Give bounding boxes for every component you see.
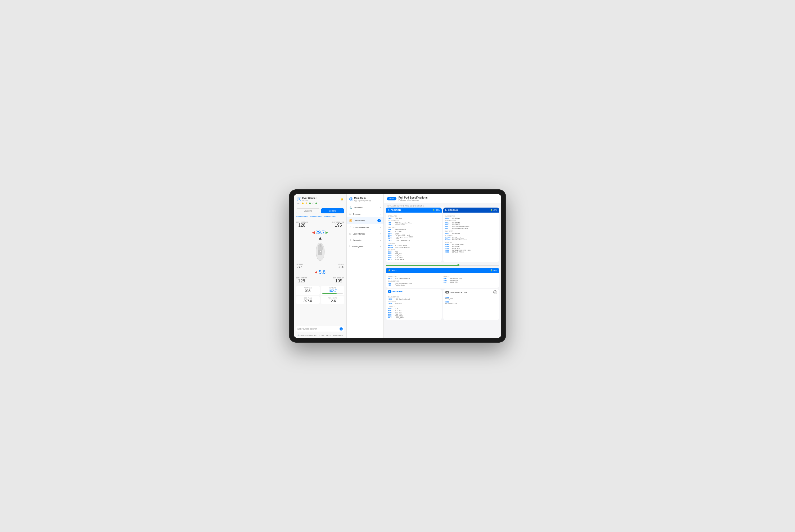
my-vessel-icon: ⚓ bbox=[349, 206, 352, 209]
perf-vag-box: PERF VAG 036 bbox=[296, 286, 320, 295]
chevron-icon: › bbox=[380, 207, 381, 209]
chevron-icon-2: › bbox=[380, 213, 381, 215]
mpu-icon: ⚡ bbox=[388, 269, 391, 271]
communication-label: COMMUNICATION bbox=[450, 291, 467, 293]
docking-tab[interactable]: Docking bbox=[321, 208, 345, 213]
list-item: HB10 HDG Baseline Length bbox=[388, 278, 441, 279]
list-item: BATT5 POS Pod charge bbox=[388, 245, 439, 246]
vessel-subtitle: Vessel bbox=[302, 200, 317, 201]
list-item: HB16 Pitch/Roll bbox=[388, 303, 439, 305]
anchor-icon: ⚓ bbox=[297, 335, 299, 336]
notification-badge: 1 bbox=[340, 327, 343, 330]
position-battery: 🔋 98% bbox=[433, 209, 439, 211]
notification-icon[interactable]: 🔔 bbox=[340, 198, 343, 201]
arrow-left-2-icon bbox=[315, 271, 317, 274]
right-scroll[interactable]: INFRASTRUCTURE AND CONNECTIONS ▷ POSITIO… bbox=[384, 203, 501, 338]
position-label: POSITION bbox=[391, 209, 401, 211]
menu-item-user-interface[interactable]: ◻ User Interface › bbox=[347, 231, 383, 237]
heading-value: 275 bbox=[296, 265, 303, 269]
settings-link[interactable]: ⚙ SETTINGS bbox=[333, 335, 343, 336]
section-label: INFRASTRUCTURE AND CONNECTIONS bbox=[384, 203, 501, 208]
submenu-tab-3[interactable]: Submenu item bbox=[324, 215, 336, 218]
list-item: HB7 POS RMS bbox=[388, 231, 439, 232]
progress-section bbox=[384, 265, 501, 268]
notification-bar[interactable]: NOTIFICATION CENTER 1 bbox=[296, 326, 344, 331]
baseline-tag: ⇄ bbox=[388, 290, 392, 293]
vessel-icon: ⊙ bbox=[297, 197, 301, 201]
menu-item-my-vessel[interactable]: ⚓ My Vessel › bbox=[347, 204, 383, 211]
about-label: About Qastor bbox=[352, 245, 363, 248]
connectivity-badge: ✓ bbox=[377, 219, 381, 222]
battery-icon-3: 🔋 bbox=[490, 269, 492, 271]
right-panel: ‹ Back Full Pod Specifications Pods and … bbox=[384, 194, 501, 338]
status-dot-green bbox=[309, 203, 311, 204]
rog-nm-value: 12.6 bbox=[322, 299, 343, 303]
list-item: GGA Alt Above MSL + Unit bbox=[388, 234, 439, 236]
position-pod: ▷ POSITION 🔋 98% SATELLITES bbox=[386, 208, 442, 262]
tablet-frame: ⊙ Ever Gentle+ Vessel 🔔 HRS ⚡ bbox=[289, 189, 506, 343]
voyaging-tab[interactable]: Voyaging bbox=[296, 208, 320, 213]
list-item: GGA HDOP bbox=[388, 232, 439, 234]
buf-tvag-box: BUF TVAG 102.7 bbox=[321, 286, 345, 295]
list-item: BATT7 POS Pod charge bbox=[446, 237, 497, 239]
stbd-fwd-value: 195 bbox=[332, 223, 344, 228]
list-item: 9066 POS bbox=[388, 308, 439, 309]
baseline-label: BASELINE bbox=[393, 290, 402, 293]
list-item: BATT9 POS Pod Endurance bbox=[388, 246, 439, 248]
submenu-tab-1[interactable]: Submenu item bbox=[296, 215, 308, 218]
rudder-value: 5.8 bbox=[319, 269, 326, 275]
vessel-name: Ever Gentle+ bbox=[302, 197, 317, 200]
communication-pod: ⇄ COMMUNICATION ◎ 9099 POS_COM 90 bbox=[443, 289, 499, 320]
list-item: 9063 HEADING_POS bbox=[444, 278, 497, 279]
menu-title: Main Menu bbox=[354, 197, 371, 200]
svg-point-4 bbox=[320, 251, 321, 252]
arrow-right-icon bbox=[326, 231, 328, 234]
position-icon: ▷ bbox=[388, 209, 390, 211]
angle-value: -8.0 bbox=[338, 265, 344, 269]
app-container: ⊙ Ever Gentle+ Vessel 🔔 HRS ⚡ bbox=[294, 194, 501, 338]
list-item: HB9 Position Mode bbox=[388, 284, 441, 286]
connect-label: Connect bbox=[353, 213, 360, 215]
chevron-icon-5: › bbox=[380, 239, 381, 242]
my-vessel-label: My Vessel bbox=[354, 207, 363, 209]
list-item: 9099 POS_COM bbox=[446, 297, 497, 300]
back-button[interactable]: ‹ Back bbox=[387, 197, 396, 201]
mpu-battery: 🔋 96% bbox=[490, 269, 497, 271]
submenu-tab-2[interactable]: Submenu item bbox=[310, 215, 322, 218]
list-item: HR1 HDG RMS bbox=[446, 232, 497, 234]
list-item: HB17 HDG Correction Delay bbox=[446, 228, 497, 229]
status-dot-green2 bbox=[315, 203, 317, 204]
port-aft-value: 128 bbox=[296, 279, 307, 283]
menu-item-connectivity[interactable]: 📶 Connectivity ✓ bbox=[347, 217, 383, 224]
heading-battery: 🔋 45% bbox=[490, 209, 497, 211]
menu-items: ⚓ My Vessel › ◎ Connect › bbox=[347, 203, 383, 251]
menu-item-chart-prefs[interactable]: ☆ Chart Preferences › bbox=[347, 224, 383, 231]
voyage-favourites-link[interactable]: ⚓ VOYAGE FAVOURITES bbox=[297, 335, 317, 336]
mpu-pod-header: ⚡ MPU 🔋 96% bbox=[386, 268, 499, 273]
stbd-aft-value: 195 bbox=[333, 279, 344, 283]
list-item: 9069 POS_RTK bbox=[388, 313, 439, 315]
buf-tvag-value: 102.7 bbox=[322, 289, 343, 293]
middle-panel: ☰ Main Menu App & journey settings ⚓ My … bbox=[347, 194, 384, 338]
list-item: HB6 Baseline Length bbox=[388, 229, 439, 230]
heading-icon: ▷ bbox=[446, 209, 447, 211]
mpu-pod: ⚡ MPU 🔋 96% bbox=[386, 268, 499, 288]
bottom-bar: ⚓ VOYAGE FAVOURITES ☆ FAVOURITES ⚙ SETTI… bbox=[294, 332, 346, 338]
ship-display: DST PORT FWD 128 DST STBD FWD 195 29.7 bbox=[294, 220, 346, 325]
chevron-icon-4: › bbox=[380, 233, 381, 235]
baseline-header: ⇄ BASELINE bbox=[386, 289, 442, 294]
port-fwd-value: 128 bbox=[296, 223, 308, 228]
favourites-link[interactable]: ☆ FAVOURITES bbox=[319, 335, 331, 336]
connectivity-label: Connectivity bbox=[354, 220, 365, 222]
user-interface-icon: ◻ bbox=[349, 232, 351, 235]
submenu-tabs: Submenu item Submenu item Submenu item bbox=[294, 215, 346, 218]
heading-pod-header: ▷ HEADING 🔋 45% bbox=[443, 208, 499, 213]
menu-item-about[interactable]: ℹ About Qastor › bbox=[347, 243, 383, 250]
list-item: HB11 HDG RMS bbox=[446, 222, 497, 224]
battery-icon: 🔋 bbox=[433, 209, 435, 211]
arrow-up-icon bbox=[319, 237, 322, 240]
menu-item-connect[interactable]: ◎ Connect › bbox=[347, 211, 383, 217]
star-icon: ☆ bbox=[319, 335, 320, 336]
menu-item-favourites[interactable]: ☆ Favourites › bbox=[347, 237, 383, 243]
list-item: 9063 HEADING_POS bbox=[446, 244, 497, 245]
